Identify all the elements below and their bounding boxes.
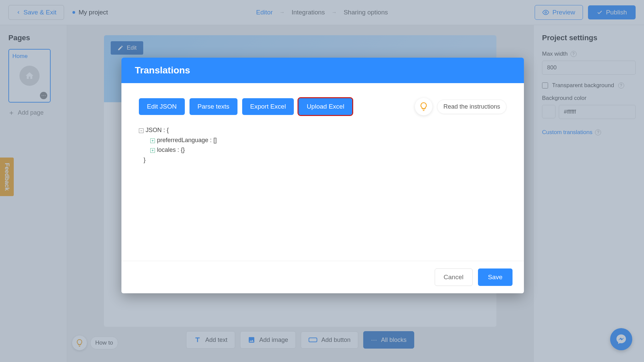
export-excel-button[interactable]: Export Excel: [242, 98, 294, 115]
upload-excel-button[interactable]: Upload Excel: [299, 98, 352, 115]
save-button[interactable]: Save: [478, 268, 513, 286]
json-root: JSON : {: [146, 127, 169, 133]
instructions-bulb-icon: [415, 98, 432, 115]
json-preferred-language: preferredLanguage : []: [157, 137, 217, 143]
read-instructions-link[interactable]: Read the instructions: [437, 100, 506, 114]
translations-modal: Translations Edit JSON Parse texts Expor…: [121, 58, 524, 293]
json-expand-icon[interactable]: +: [150, 138, 155, 143]
json-locales: locales : {}: [157, 146, 185, 153]
cancel-button[interactable]: Cancel: [435, 268, 473, 286]
json-expand-icon[interactable]: +: [150, 148, 155, 153]
json-close: }: [139, 155, 506, 165]
json-collapse-icon[interactable]: −: [139, 128, 144, 133]
modal-title: Translations: [121, 58, 524, 83]
json-tree[interactable]: −JSON : { +preferredLanguage : [] +local…: [139, 125, 506, 165]
parse-texts-button[interactable]: Parse texts: [190, 98, 237, 115]
edit-json-button[interactable]: Edit JSON: [139, 98, 185, 115]
